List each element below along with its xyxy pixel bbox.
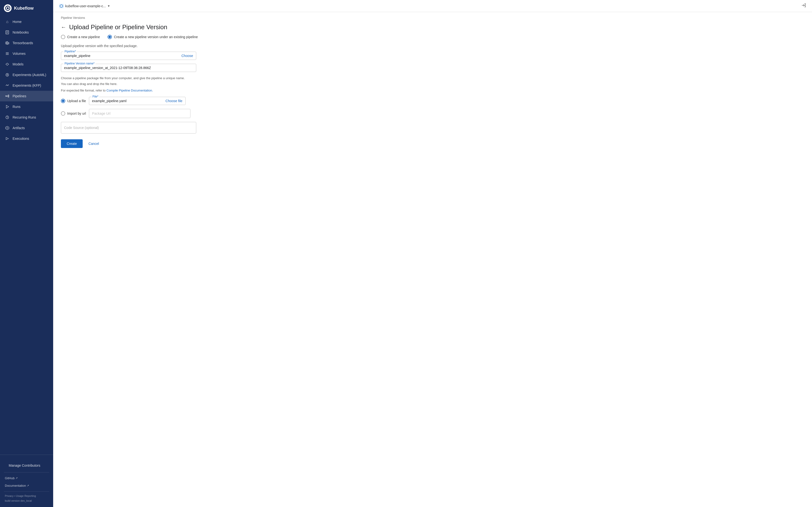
pipeline-version-field-wrapper: Pipeline Version name* example_pipeline_… — [61, 64, 196, 72]
pipeline-field-group: Pipeline* example_pipeline Choose — [61, 52, 804, 60]
sidebar-item-executions[interactable]: Executions — [0, 133, 53, 144]
choose-file-button[interactable]: Choose file — [165, 99, 183, 103]
volumes-icon — [5, 51, 10, 56]
sidebar-label-experiments-automl: Experiments (AutoML) — [12, 73, 46, 77]
radio-import-url-circle — [61, 111, 65, 116]
file-field-label: File* — [92, 95, 99, 98]
svg-point-14 — [6, 73, 9, 76]
sidebar-logo[interactable]: Kubeflow — [0, 0, 53, 16]
sidebar-item-volumes[interactable]: Volumes — [0, 48, 53, 59]
svg-point-18 — [8, 96, 9, 97]
sidebar-label-runs: Runs — [12, 105, 20, 109]
svg-point-15 — [7, 74, 8, 75]
form-container: Create a new pipeline Create a new pipel… — [53, 35, 812, 156]
notebooks-icon — [5, 30, 10, 35]
sidebar-item-recurring-runs[interactable]: Recurring Runs — [0, 112, 53, 123]
main-area: kubeflow-user-example-c... ▼ Pipeline Ve… — [53, 0, 812, 507]
upload-file-option: Upload a file File* example_pipeline.yam… — [61, 97, 804, 105]
pipeline-version-field-label: Pipeline Version name* — [63, 62, 95, 65]
radio-new-pipeline[interactable]: Create a new pipeline — [61, 35, 100, 39]
svg-marker-23 — [6, 126, 9, 130]
pipeline-field-label: Pipeline* — [63, 50, 77, 53]
sidebar-item-tensorboards[interactable]: Tensorboards — [0, 38, 53, 48]
sidebar-documentation-link[interactable]: Documentation ↗ — [4, 482, 49, 489]
home-icon: ⌂ — [5, 19, 10, 24]
sidebar-label-models: Models — [12, 62, 23, 66]
sidebar-item-notebooks[interactable]: Notebooks — [0, 27, 53, 38]
sidebar-footer-privacy: Privacy • Usage Reporting — [4, 494, 49, 498]
sidebar-label-notebooks: Notebooks — [12, 31, 29, 34]
description-line2: You can also drag and drop the file here… — [61, 81, 804, 87]
namespace-selector[interactable]: kubeflow-user-example-c... ▼ — [59, 4, 110, 8]
form-subtitle: Upload pipeline version with the specifi… — [61, 44, 804, 48]
sidebar-label-pipelines: Pipelines — [12, 94, 27, 98]
svg-point-17 — [8, 95, 9, 96]
runs-icon — [5, 104, 10, 109]
create-button[interactable]: Create — [61, 139, 83, 148]
sidebar: Kubeflow ⌂ Home Notebooks Tensorboards V… — [0, 0, 53, 507]
svg-point-24 — [7, 127, 8, 128]
pipeline-version-field-group: Pipeline Version name* example_pipeline_… — [61, 64, 804, 72]
radio-existing-pipeline-label: Create a new pipeline version under an e… — [114, 35, 198, 39]
radio-existing-pipeline[interactable]: Create a new pipeline version under an e… — [108, 35, 198, 39]
file-field-wrapper: File* example_pipeline.yaml Choose file — [89, 97, 186, 105]
radio-existing-pipeline-circle — [108, 35, 112, 39]
pipeline-type-radio-group: Create a new pipeline Create a new pipel… — [61, 35, 804, 39]
experiments-kfp-icon — [5, 83, 10, 88]
github-label: GitHub — [5, 476, 14, 480]
cancel-button[interactable]: Cancel — [87, 139, 101, 148]
file-format-description: For expected file format, refer to Compi… — [61, 88, 804, 93]
svg-point-16 — [6, 96, 6, 97]
experiments-automl-icon — [5, 72, 10, 77]
page-header: ← Upload Pipeline or Pipeline Version — [53, 21, 812, 35]
file-upload-section: Upload a file File* example_pipeline.yam… — [61, 97, 804, 118]
sidebar-item-experiments-kfp[interactable]: Experiments (KFP) — [0, 80, 53, 91]
recurring-runs-icon — [5, 115, 10, 120]
svg-marker-21 — [6, 105, 9, 108]
pipeline-field-value: example_pipeline — [64, 54, 182, 58]
back-button[interactable]: ← — [61, 24, 66, 31]
sidebar-item-artifacts[interactable]: Artifacts — [0, 123, 53, 133]
logo-icon — [4, 4, 12, 12]
external-link-icon: ↗ — [15, 476, 18, 480]
sidebar-item-experiments-automl[interactable]: Experiments (AutoML) — [0, 69, 53, 80]
radio-upload-file-label: Upload a file — [67, 99, 86, 103]
svg-rect-9 — [7, 42, 8, 44]
radio-upload-file-circle — [61, 99, 65, 103]
topbar: kubeflow-user-example-c... ▼ — [53, 0, 812, 12]
file-field-value: example_pipeline.yaml — [92, 99, 165, 103]
sidebar-navigation: ⌂ Home Notebooks Tensorboards Volumes — [0, 16, 53, 453]
url-input-wrapper — [89, 109, 191, 118]
sidebar-divider-3 — [4, 491, 49, 492]
radio-new-pipeline-circle — [61, 35, 65, 39]
sidebar-item-home[interactable]: ⌂ Home — [0, 16, 53, 27]
svg-point-1 — [7, 7, 9, 9]
code-source-placeholder: Code Source (optional) — [64, 126, 99, 130]
pipeline-choose-button[interactable]: Choose — [182, 54, 193, 58]
svg-marker-26 — [60, 5, 63, 7]
models-icon — [5, 62, 10, 67]
sidebar-label-tensorboards: Tensorboards — [12, 41, 33, 45]
sidebar-label-executions: Executions — [12, 137, 29, 140]
compile-pipeline-link[interactable]: Compile Pipeline Documentation. — [107, 89, 153, 92]
app-title: Kubeflow — [14, 6, 34, 11]
sidebar-manage-contributors[interactable]: Manage Contributors — [4, 461, 49, 470]
manage-contributors-label: Manage Contributors — [9, 463, 40, 467]
tensorboards-icon — [5, 41, 10, 45]
sidebar-item-runs[interactable]: Runs — [0, 101, 53, 112]
page-content: Pipeline Versions ← Upload Pipeline or P… — [53, 12, 812, 507]
external-link-icon-2: ↗ — [27, 484, 29, 487]
page-title: Upload Pipeline or Pipeline Version — [69, 23, 167, 31]
sidebar-item-models[interactable]: Models — [0, 59, 53, 69]
radio-import-url[interactable]: Import by url — [61, 111, 86, 116]
sidebar-label-recurring-runs: Recurring Runs — [12, 115, 36, 119]
url-input[interactable] — [89, 109, 191, 118]
radio-upload-file[interactable]: Upload a file — [61, 99, 86, 103]
sidebar-item-pipelines[interactable]: Pipelines — [0, 91, 53, 101]
artifacts-icon — [5, 125, 10, 130]
code-source-wrapper[interactable]: Code Source (optional) — [61, 122, 196, 133]
svg-marker-25 — [6, 137, 8, 140]
sidebar-github-link[interactable]: GitHub ↗ — [4, 474, 49, 482]
logout-icon[interactable] — [801, 3, 806, 9]
sidebar-label-experiments-kfp: Experiments (KFP) — [12, 83, 41, 88]
